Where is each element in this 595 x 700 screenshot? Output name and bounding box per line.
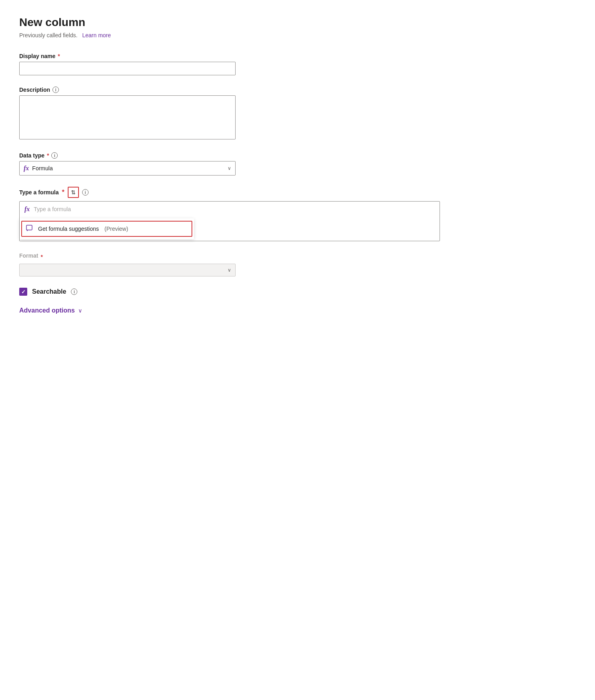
new-column-form: New column Previously called fields. Lea… [19,16,440,314]
searchable-label: Searchable [32,288,66,295]
display-name-required: * [58,53,60,59]
subtitle: Previously called fields. Learn more [19,32,440,38]
svg-rect-0 [26,225,32,230]
data-type-label: Data type [19,152,44,159]
display-name-label: Display name [19,53,55,59]
formula-suggestion-dropdown: Get formula suggestions (Preview) [20,218,194,239]
stepper-icon: ⇅ [71,189,76,196]
data-type-required: * [47,152,49,159]
format-label-row: Format * [19,252,440,261]
data-type-info-icon[interactable]: i [51,152,58,159]
display-name-label-row: Display name * [19,53,440,59]
display-name-input[interactable] [19,62,236,75]
formula-label-row: Type a formula * ⇅ i [19,187,440,198]
check-icon: ✓ [21,289,26,295]
searchable-checkbox[interactable]: ✓ [19,288,27,296]
formula-top-row: fx Type a formula Get formula suggestion… [20,202,440,217]
advanced-options-row[interactable]: Advanced options ∨ [19,307,440,314]
formula-fx-icon: fx [24,206,30,213]
data-type-dropdown[interactable]: fx Formula ∨ [19,161,236,176]
description-label: Description [19,87,50,93]
description-label-row: Description i [19,87,440,93]
chat-icon [26,225,34,233]
advanced-options-chevron: ∨ [78,307,82,314]
description-input[interactable] [19,95,236,139]
formula-group: Type a formula * ⇅ i fx Type a formula [19,187,440,241]
page-title: New column [19,16,440,29]
formula-stepper-button[interactable]: ⇅ [68,187,79,198]
data-type-group: Data type * i fx Formula ∨ [19,152,440,176]
format-label: Format [19,252,38,259]
format-required: * [40,254,42,260]
description-info-icon[interactable]: i [52,87,59,93]
formula-required: * [62,189,65,196]
suggestion-label: Get formula suggestions [38,226,99,232]
suggestion-preview: (Preview) [105,226,128,232]
subtitle-static: Previously called fields. [19,32,78,38]
format-chevron: ∨ [228,267,231,273]
formula-input-container: fx Type a formula Get formula suggestion… [19,201,440,241]
data-type-selected: Formula [32,165,52,171]
fx-icon: fx [24,165,29,172]
format-group: Format * ∨ [19,252,440,276]
formula-placeholder: Type a formula [34,206,435,212]
formula-info-icon[interactable]: i [82,189,89,196]
learn-more-link[interactable]: Learn more [82,32,111,38]
display-name-group: Display name * [19,53,440,75]
format-dropdown[interactable]: ∨ [19,264,236,276]
searchable-info-icon[interactable]: i [71,288,77,295]
data-type-chevron: ∨ [228,165,231,171]
advanced-options-label: Advanced options [19,307,75,314]
description-group: Description i [19,87,440,141]
formula-label: Type a formula [19,189,59,196]
data-type-label-row: Data type * i [19,152,440,159]
get-formula-suggestions-item[interactable]: Get formula suggestions (Preview) [21,221,192,237]
searchable-row: ✓ Searchable i [19,288,440,296]
